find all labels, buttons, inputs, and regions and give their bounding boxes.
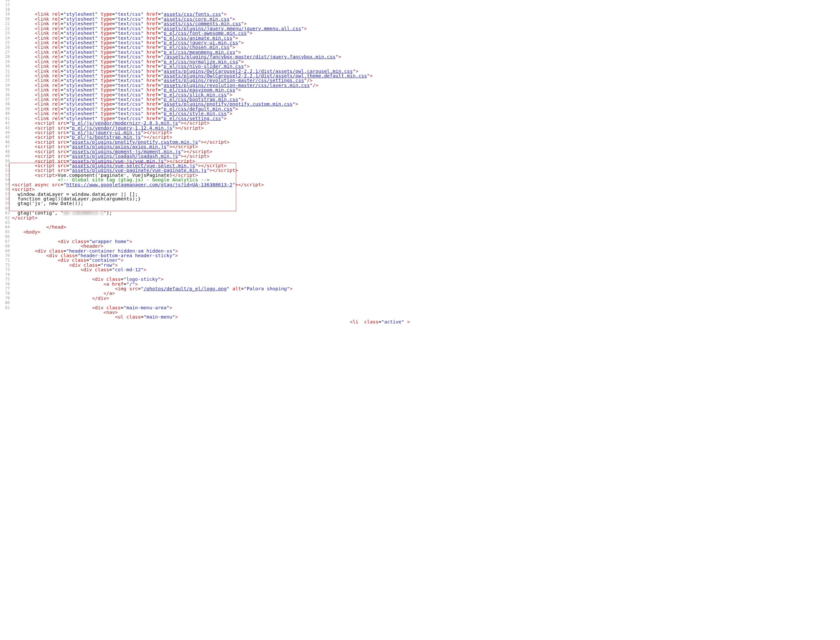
- line-number: 35: [0, 88, 10, 92]
- code-line[interactable]: <nav>: [12, 310, 410, 315]
- line-number: 71: [0, 258, 10, 262]
- code-line[interactable]: <link rel="stylesheet" type="text/css" h…: [12, 59, 410, 64]
- code-line[interactable]: gtag('config', 'UA-136388613-2');: [12, 211, 410, 215]
- line-number: 61: [0, 211, 10, 215]
- line-number: 74: [0, 272, 10, 277]
- line-number: 69: [0, 248, 10, 253]
- line-number: 45: [0, 135, 10, 139]
- code-line[interactable]: <link rel="stylesheet" type="text/css" h…: [12, 45, 410, 50]
- code-line[interactable]: <script src="p_el/js/jquery-ui.min.js"><…: [12, 130, 410, 135]
- code-area[interactable]: <link rel="stylesheet" type="text/css" h…: [12, 0, 410, 324]
- code-line[interactable]: <div class="header-bottom-area header-st…: [12, 253, 410, 258]
- code-line[interactable]: <link rel="stylesheet" type="text/css" h…: [12, 12, 410, 17]
- code-line[interactable]: <script src="assets/plugins/axios/axios.…: [12, 144, 410, 149]
- code-line[interactable]: </script>: [12, 216, 410, 220]
- line-number: 25: [0, 40, 10, 45]
- code-line[interactable]: </a>: [12, 291, 410, 296]
- line-number: 32: [0, 74, 10, 78]
- code-line[interactable]: <img src="/photos/default/p_el/logo.png"…: [12, 286, 410, 291]
- code-line[interactable]: <link rel="stylesheet" type="text/css" h…: [12, 54, 410, 59]
- line-number: 33: [0, 78, 10, 83]
- code-line[interactable]: [12, 301, 410, 305]
- code-line[interactable]: <script>: [12, 187, 410, 192]
- line-number: 16: [0, 0, 10, 2]
- code-line[interactable]: <script src="assets/plugins/moment-js/mo…: [12, 149, 410, 154]
- code-line[interactable]: <link rel="stylesheet" type="text/css" h…: [12, 17, 410, 21]
- code-line[interactable]: <div class="header-container hidden-sm h…: [12, 249, 410, 253]
- code-line[interactable]: <script async src="https://www.googletag…: [12, 182, 410, 187]
- code-line[interactable]: <link rel="stylesheet" type="text/css" h…: [12, 97, 410, 102]
- code-line[interactable]: <div class="main-menu-area">: [12, 306, 410, 310]
- code-line[interactable]: <link rel="stylesheet" type="text/css" h…: [12, 116, 410, 121]
- code-line[interactable]: <div class="wrapper home">: [12, 239, 410, 244]
- code-line[interactable]: <script src="p_el/js/vendor/jquery-1.12.…: [12, 126, 410, 130]
- code-line[interactable]: <script src="assets/plugins/pnotify/pnot…: [12, 140, 410, 144]
- code-line[interactable]: </div>: [12, 296, 410, 301]
- line-number: 18: [0, 7, 10, 12]
- code-line[interactable]: <link rel="stylesheet" type="text/css" h…: [12, 83, 410, 88]
- line-number: 47: [0, 144, 10, 149]
- code-line[interactable]: <header>: [12, 244, 410, 248]
- code-line[interactable]: <link rel="stylesheet" type="text/css" h…: [12, 74, 410, 78]
- code-line[interactable]: <link rel="stylesheet" type="text/css" h…: [12, 88, 410, 92]
- line-number: 57: [0, 192, 10, 196]
- code-line[interactable]: <script src="assets/plugins/vue-paginate…: [12, 168, 410, 173]
- code-line[interactable]: <body>: [12, 230, 410, 234]
- code-line[interactable]: <ul class="main-menu">: [12, 315, 410, 320]
- line-number: 78: [0, 291, 10, 296]
- code-line[interactable]: [12, 272, 410, 277]
- line-number: 49: [0, 154, 10, 158]
- code-line[interactable]: <link rel="stylesheet" type="text/css" h…: [12, 64, 410, 69]
- code-line[interactable]: <script src="assets/plugins/vue-js/vue.m…: [12, 159, 410, 163]
- code-line[interactable]: <link rel="stylesheet" type="text/css" h…: [12, 111, 410, 116]
- code-line[interactable]: window.dataLayer = window.dataLayer || […: [12, 192, 410, 197]
- code-line[interactable]: <link rel="stylesheet" type="text/css" h…: [12, 102, 410, 107]
- code-line[interactable]: <li class="active" >: [12, 320, 410, 324]
- line-number: 80: [0, 301, 10, 305]
- code-line[interactable]: [12, 220, 410, 225]
- code-line[interactable]: <link rel="stylesheet" type="text/css" h…: [12, 21, 410, 26]
- code-line[interactable]: <script src="assets/plugins/vue-select/v…: [12, 163, 410, 168]
- code-line[interactable]: <div class="row">: [12, 263, 410, 267]
- line-number: 19: [0, 12, 10, 16]
- code-line[interactable]: <link rel="stylesheet" type="text/css" h…: [12, 78, 410, 83]
- code-line[interactable]: <link rel="stylesheet" type="text/css" h…: [12, 26, 410, 31]
- code-line[interactable]: [12, 234, 410, 239]
- code-line[interactable]: <div class="col-md-12">: [12, 267, 410, 272]
- line-number: 31: [0, 69, 10, 73]
- line-number: 72: [0, 263, 10, 267]
- line-number: 56: [0, 187, 10, 192]
- code-line[interactable]: <script src="p_el/js/bootstrap.min.js"><…: [12, 135, 410, 139]
- code-line[interactable]: gtag('js', new Date());: [12, 201, 410, 206]
- code-line[interactable]: <div class="logo-sticky">: [12, 277, 410, 282]
- line-number: 41: [0, 116, 10, 121]
- code-line[interactable]: function gtag(){dataLayer.push(arguments…: [12, 197, 410, 201]
- code-line[interactable]: <link rel="stylesheet" type="text/css" h…: [12, 31, 410, 35]
- line-number: 44: [0, 130, 10, 135]
- line-number: 22: [0, 26, 10, 31]
- code-line[interactable]: <link rel="stylesheet" type="text/css" h…: [12, 69, 410, 74]
- line-number: 30: [0, 64, 10, 69]
- code-line[interactable]: <div class="container">: [12, 258, 410, 262]
- code-line[interactable]: <link rel="stylesheet" type="text/css" h…: [12, 36, 410, 40]
- line-number: 66: [0, 234, 10, 239]
- code-line[interactable]: <script src="p_el/js/vendor/modernizr-2.…: [12, 121, 410, 125]
- code-line[interactable]: <link rel="stylesheet" type="text/css" h…: [12, 40, 410, 45]
- code-line[interactable]: <!-- Global site tag (gtag.js) - Google …: [12, 178, 410, 182]
- line-number: 54: [0, 178, 10, 182]
- code-line[interactable]: <link rel="stylesheet" type="text/css" h…: [12, 50, 410, 54]
- code-line[interactable]: </head>: [12, 225, 410, 229]
- code-line[interactable]: <link rel="stylesheet" type="text/css" h…: [12, 93, 410, 97]
- code-line[interactable]: [12, 206, 410, 211]
- line-number: 50: [0, 158, 10, 163]
- code-line[interactable]: <script>Vue.component('paginate', VuejsP…: [12, 173, 410, 178]
- code-line[interactable]: <a href="/">: [12, 282, 410, 286]
- line-number: 73: [0, 267, 10, 272]
- line-number: 79: [0, 296, 10, 301]
- line-number: 34: [0, 83, 10, 88]
- code-line[interactable]: <script src="assets/plugins/loadash/load…: [12, 154, 410, 158]
- code-line[interactable]: <link rel="stylesheet" type="text/css" h…: [12, 107, 410, 111]
- line-number: 68: [0, 244, 10, 248]
- line-number: 48: [0, 149, 10, 154]
- line-number: 42: [0, 121, 10, 125]
